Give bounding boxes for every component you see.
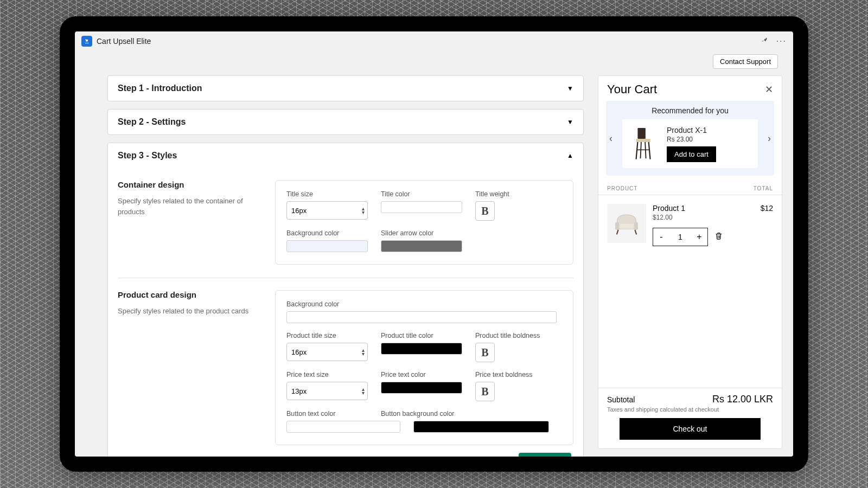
product-name: Product 1 [653, 204, 754, 213]
svg-line-10 [617, 230, 618, 234]
trash-icon[interactable] [714, 231, 723, 243]
price-color-label: Price text color [381, 371, 462, 378]
step2-title: Step 2 - Settings [118, 117, 186, 127]
product-card-desc: Specify styles related to the product ca… [118, 306, 253, 317]
svg-rect-0 [637, 127, 645, 138]
svg-rect-8 [634, 222, 638, 230]
qty-value: 1 [669, 233, 691, 241]
ptitle-size-label: Product title size [286, 332, 368, 339]
price-size-select[interactable]: 13px ▴▾ [286, 382, 368, 400]
more-icon[interactable]: ··· [776, 36, 787, 46]
title-color-label: Title color [381, 190, 462, 198]
line-total: $12 [761, 204, 773, 246]
ptitle-color-label: Product title color [381, 332, 462, 339]
price-bold-button[interactable]: B [475, 382, 495, 401]
chevron-down-icon: ▼ [567, 85, 573, 92]
container-bg-swatch[interactable] [286, 240, 368, 252]
price-color-swatch[interactable] [381, 382, 462, 394]
container-design-section: Container design Specify styles related … [118, 168, 573, 265]
quantity-stepper: - 1 + [653, 228, 708, 246]
slider-arrow-swatch[interactable] [381, 240, 462, 252]
svg-rect-9 [620, 224, 633, 229]
cart-col-total: TOTAL [754, 185, 773, 191]
pin-icon[interactable] [760, 36, 769, 47]
ptitle-size-select[interactable]: 16px ▴▾ [286, 343, 368, 361]
btn-text-color-label: Button text color [286, 410, 368, 418]
slider-arrow-label: Slider arrow color [381, 229, 462, 237]
cart-title: Your Cart [607, 82, 657, 97]
checkout-button[interactable]: Check out [620, 418, 761, 440]
btn-bg-color-swatch[interactable] [413, 421, 549, 433]
svg-rect-7 [615, 222, 619, 230]
svg-line-3 [649, 142, 650, 159]
svg-line-11 [635, 230, 636, 234]
config-panel: Step 1 - Introduction ▼ Step 2 - Setting… [107, 72, 584, 457]
step3-accordion[interactable]: Step 3 - Styles ▲ [108, 143, 583, 168]
qty-increase-button[interactable]: + [691, 232, 707, 242]
rec-product-name: Product X-1 [667, 126, 716, 134]
qty-decrease-button[interactable]: - [653, 232, 669, 242]
product-card-title: Product card design [118, 290, 253, 299]
title-size-select[interactable]: 16px ▴▾ [286, 201, 368, 220]
rec-product-price: Rs 23.00 [667, 136, 716, 143]
product-image [607, 204, 646, 243]
ptitle-color-swatch[interactable] [381, 343, 462, 355]
container-design-title: Container design [118, 180, 253, 189]
product-card-design-section: Product card design Specify styles relat… [118, 278, 573, 445]
rec-title: Recommended for you [611, 106, 769, 115]
step2-accordion[interactable]: Step 2 - Settings ▼ [107, 109, 584, 135]
title-weight-label: Title weight [475, 190, 557, 198]
step1-title: Step 1 - Introduction [118, 84, 202, 93]
subtotal-value: Rs 12.00 LKR [712, 394, 773, 405]
card-bg-swatch[interactable] [286, 311, 557, 323]
bg-color-label: Background color [286, 229, 368, 237]
chevron-left-icon[interactable]: ‹ [609, 133, 612, 144]
rec-product-card: Product X-1 Rs 23.00 Add to cart [622, 119, 758, 168]
price-size-label: Price text size [286, 371, 368, 378]
app-icon [81, 36, 92, 47]
step3-title: Step 3 - Styles [118, 151, 177, 160]
container-design-desc: Specify styles related to the container … [118, 196, 253, 217]
chevron-right-icon[interactable]: › [768, 133, 771, 144]
contact-support-button[interactable]: Contact Support [713, 54, 778, 69]
cart-panel: Your Cart ✕ Recommended for you ‹ › [598, 75, 782, 449]
app-name: Cart Upsell Elite [97, 37, 151, 46]
rec-product-image [628, 125, 660, 163]
svg-rect-1 [636, 139, 650, 142]
product-price: $12.00 [653, 214, 754, 221]
step1-accordion[interactable]: Step 1 - Introduction ▼ [107, 75, 584, 101]
title-bold-button[interactable]: B [475, 201, 495, 221]
cart-line-item: Product 1 $12.00 - 1 + [598, 195, 782, 255]
recommendation-box: Recommended for you ‹ › [606, 101, 774, 176]
close-icon[interactable]: ✕ [765, 84, 773, 95]
chevron-up-icon: ▲ [567, 152, 573, 159]
next-step-button[interactable]: Next Step [519, 453, 571, 457]
topbar: Cart Upsell Elite ··· [75, 31, 793, 51]
tax-note: Taxes and shipping calculated at checkou… [607, 406, 773, 413]
price-bold-label: Price text boldness [475, 371, 557, 378]
btn-bg-color-label: Button background color [381, 410, 557, 418]
step3-panel: Step 3 - Styles ▲ Container design Speci… [107, 143, 584, 457]
add-to-cart-button[interactable]: Add to cart [667, 146, 716, 162]
cart-col-product: PRODUCT [607, 185, 637, 191]
title-size-label: Title size [286, 190, 368, 198]
title-color-swatch[interactable] [381, 201, 462, 213]
chevron-down-icon: ▼ [567, 118, 573, 126]
ptitle-bold-button[interactable]: B [475, 343, 495, 362]
card-bg-label: Background color [286, 300, 557, 308]
svg-line-2 [636, 142, 638, 159]
subtotal-label: Subtotal [607, 395, 635, 404]
ptitle-bold-label: Product title boldness [475, 332, 557, 339]
